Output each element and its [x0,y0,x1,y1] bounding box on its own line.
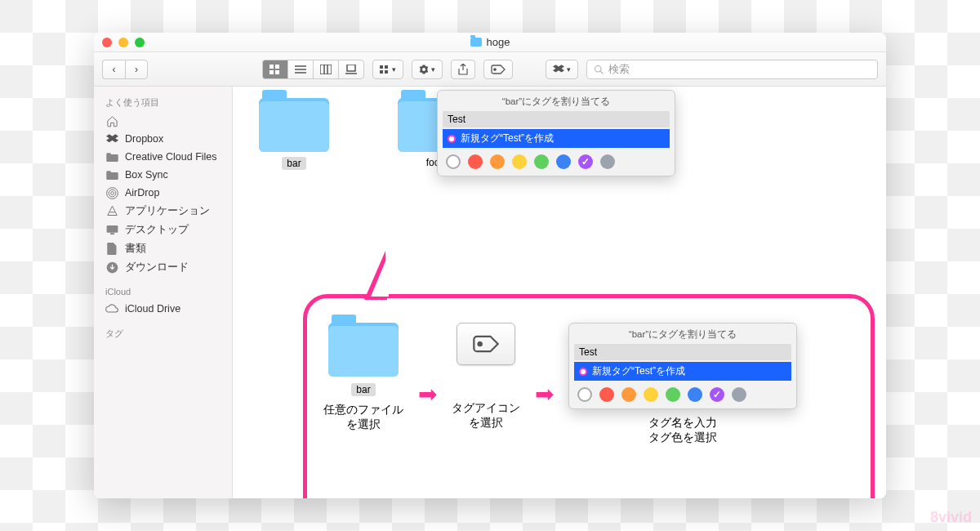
step-2: タグアイコン を選択 [452,323,520,431]
apps-icon [105,205,118,218]
svg-rect-12 [380,65,383,69]
tag-button-large [457,323,515,365]
color-none [577,387,592,402]
gallery-view-button[interactable] [338,60,364,79]
color-red[interactable] [468,154,483,169]
folder-label: bar [282,157,305,170]
svg-point-16 [494,68,496,69]
forward-button[interactable]: › [125,60,148,79]
tag-color-dot [579,368,587,376]
color-blue [688,387,702,402]
sidebar-item-desktop[interactable]: デスクトップ [94,221,232,239]
color-swatches: ✓ [443,148,670,171]
window-title: hoge [487,36,510,48]
svg-point-20 [109,190,116,197]
tag-name-input: Test [574,344,791,360]
svg-rect-13 [385,65,388,69]
folder-item-bar[interactable]: bar [249,98,339,170]
popover-title: “bar”にタグを割り当てる [574,328,791,341]
sidebar-item-icloud[interactable]: iCloud Drive [94,300,232,318]
color-orange [621,387,636,402]
sidebar-item-label: デスクトップ [125,223,189,237]
dropbox-toolbar-button[interactable]: ▾ [546,60,578,79]
step-1: bar 任意のファイル を選択 [323,323,403,432]
step-2-caption: タグアイコン を選択 [452,401,520,431]
create-tag-label: 新規タグ“Test”を作成 [461,132,554,145]
home-icon [105,114,118,127]
step-1-caption: 任意のファイル を選択 [323,403,403,432]
color-none[interactable] [446,154,461,169]
icloud-header: iCloud [94,283,232,300]
folder-icon [470,38,482,47]
sidebar-item-box[interactable]: Box Sync [94,166,232,184]
folder-icon [259,98,329,152]
folder-icon [105,168,118,181]
watermark: 8vivid [930,509,972,526]
color-gray[interactable] [600,154,615,169]
column-view-button[interactable] [313,60,338,79]
downloads-icon [105,261,118,274]
documents-icon [105,243,118,256]
sidebar-item-label: Creative Cloud Files [125,151,217,163]
color-green[interactable] [534,154,549,169]
svg-rect-22 [106,225,118,233]
svg-line-18 [600,71,603,74]
sidebar-item-airdrop[interactable]: AirDrop [94,184,232,202]
zoom-icon[interactable] [135,38,145,47]
list-view-button[interactable] [287,60,313,79]
svg-point-19 [110,191,114,194]
color-gray [732,387,746,402]
group-button[interactable]: ▾ [372,60,403,79]
sidebar-item-apps[interactable]: アプリケーション [94,202,232,221]
sidebar-item-home[interactable] [94,112,232,130]
arrow-right-icon: ➡ [535,381,554,408]
content-area: bar foo “bar”にタグを割り当てる Test 新規タグ“Test”を作… [233,87,886,498]
color-purple: ✓ [710,387,724,402]
search-input[interactable]: 検索 [586,60,878,79]
folder-icon [105,150,118,163]
sidebar-item-downloads[interactable]: ダウンロード [94,258,232,277]
sidebar-item-label: 書類 [125,242,146,256]
tag-button[interactable] [483,60,513,79]
nav-buttons: ‹ › [102,60,148,79]
share-button[interactable] [451,60,475,79]
svg-point-17 [595,65,602,72]
tag-popover: “bar”にタグを割り当てる Test 新規タグ“Test”を作成 ✓ [437,90,675,176]
color-swatches: ✓ [574,381,791,404]
favorites-header: よく使う項目 [94,93,232,112]
sidebar-item-label: iCloud Drive [125,303,180,315]
minimize-icon[interactable] [118,38,128,47]
color-yellow[interactable] [512,154,527,169]
color-blue[interactable] [556,154,571,169]
close-icon[interactable] [102,38,112,47]
step-3: “bar”にタグを割り当てる Test 新規タグ“Test”を作成 [568,323,797,445]
sidebar: よく使う項目 Dropbox Creative Cloud Files [94,87,233,498]
svg-rect-10 [347,65,355,71]
cloud-icon [105,302,118,315]
color-red [599,387,614,402]
create-tag-option: 新規タグ“Test”を作成 [574,362,791,381]
airdrop-icon [105,186,118,199]
toolbar: ‹ › ▾ ▾ [94,52,886,87]
svg-rect-14 [380,70,383,74]
color-orange[interactable] [490,154,505,169]
svg-rect-7 [320,65,332,74]
sidebar-item-label: Box Sync [125,169,168,181]
color-green [666,387,680,402]
create-tag-option[interactable]: 新規タグ“Test”を作成 [443,129,670,148]
sidebar-item-dropbox[interactable]: Dropbox [94,130,232,148]
view-buttons [262,60,364,79]
action-button[interactable]: ▾ [412,60,443,79]
search-placeholder: 検索 [608,62,630,77]
tags-header: タグ [94,324,232,343]
sidebar-item-cc[interactable]: Creative Cloud Files [94,148,232,166]
sidebar-item-documents[interactable]: 書類 [94,239,232,258]
back-button[interactable]: ‹ [102,60,125,79]
icon-view-button[interactable] [262,60,287,79]
tag-name-input[interactable]: Test [443,111,670,127]
folder-label: bar [351,383,375,396]
titlebar: hoge [94,33,886,52]
color-purple[interactable]: ✓ [578,154,593,169]
sidebar-item-label: ダウンロード [125,261,189,274]
tag-color-dot [448,135,456,143]
